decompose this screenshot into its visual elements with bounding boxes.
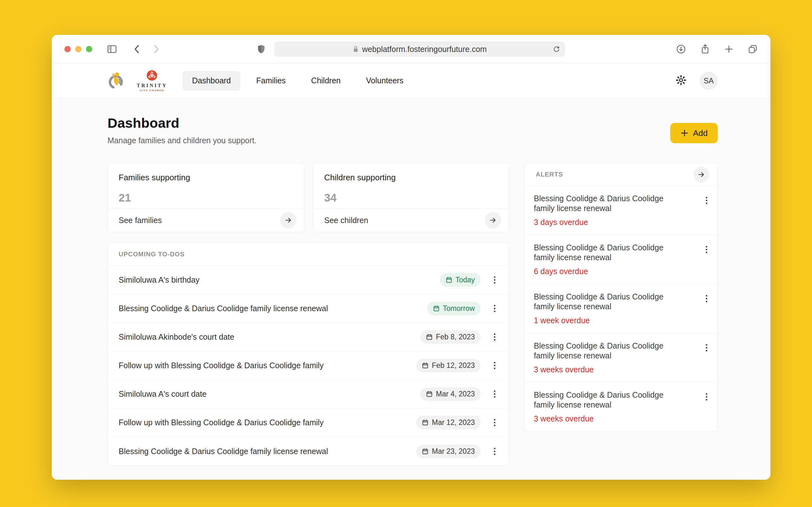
downloads-button[interactable]: [676, 44, 686, 54]
see-families-link[interactable]: See families: [108, 208, 304, 232]
share-button[interactable]: [700, 44, 710, 55]
todo-row-right: Mar 12, 2023: [416, 416, 497, 429]
user-avatar[interactable]: SA: [699, 72, 718, 90]
app-header: TRINITY CITY CHURCH Dashboard Families C…: [52, 63, 770, 98]
url-display: webplatform.fosteringourfuture.com: [352, 45, 487, 54]
address-bar[interactable]: webplatform.fosteringourfuture.com: [274, 42, 565, 57]
page-title: Dashboard: [107, 115, 257, 131]
todo-row: Similoluwa A's birthday Today: [108, 266, 509, 294]
page-head: Dashboard Manage families and children y…: [107, 115, 718, 145]
privacy-shield-button[interactable]: [257, 44, 265, 54]
tab-dashboard[interactable]: Dashboard: [183, 71, 240, 91]
todo-title: Blessing Coolidge & Darius Coolidge fami…: [119, 304, 328, 313]
due-date-label: Mar 4, 2023: [436, 390, 475, 398]
left-column: Families supporting 21 See families: [107, 163, 509, 466]
add-button[interactable]: Add: [670, 123, 718, 143]
lock-icon: [352, 45, 359, 53]
see-children-link[interactable]: See children: [313, 208, 509, 232]
forward-button[interactable]: [153, 45, 160, 54]
window-controls: [64, 46, 92, 52]
todo-title: Follow up with Blessing Coolidge & Dariu…: [119, 361, 323, 370]
fostering-our-future-logo: [107, 71, 126, 90]
sidebar-toggle-button[interactable]: [107, 45, 117, 54]
todo-row-right: Mar 23, 2023: [416, 445, 497, 458]
due-date-label: Feb 12, 2023: [432, 361, 475, 370]
todo-row-right: Feb 12, 2023: [416, 359, 497, 372]
todo-menu-button[interactable]: [492, 388, 497, 400]
calendar-icon: [426, 391, 433, 397]
stat-label: Families supporting: [119, 173, 293, 182]
browser-window: webplatform.fosteringourfuture.com: [52, 35, 770, 480]
alert-overdue-status: 3 weeks overdue: [534, 414, 689, 424]
alert-item: Blessing Coolidge & Darius Coolidge fami…: [525, 333, 717, 383]
alert-menu-button[interactable]: [704, 194, 709, 207]
alert-menu-button[interactable]: [704, 243, 709, 256]
calendar-icon: [433, 305, 440, 312]
new-tab-button[interactable]: [724, 44, 734, 54]
tab-families[interactable]: Families: [247, 71, 295, 91]
due-date-pill: Tomorrow: [427, 302, 480, 315]
see-families-label: See families: [119, 216, 162, 225]
browser-toolbar: webplatform.fosteringourfuture.com: [52, 35, 770, 63]
alert-title: Blessing Coolidge & Darius Coolidge fami…: [534, 193, 683, 213]
minimize-window-button[interactable]: [75, 46, 82, 52]
alert-menu-button[interactable]: [704, 391, 709, 403]
due-date-label: Mar 12, 2023: [432, 418, 475, 427]
alerts-panel: ALERTS Blessing Coolidge & Darius Coolid…: [525, 163, 718, 432]
plus-icon: [680, 129, 689, 137]
children-supporting-card: Children supporting 34 See children: [313, 163, 509, 232]
alert-item: Blessing Coolidge & Darius Coolidge fami…: [525, 235, 717, 284]
back-button[interactable]: [133, 45, 141, 54]
todo-title: Follow up with Blessing Coolidge & Dariu…: [119, 418, 323, 427]
alert-title: Blessing Coolidge & Darius Coolidge fami…: [534, 243, 683, 262]
reload-button[interactable]: [553, 45, 561, 53]
todo-menu-button[interactable]: [492, 416, 497, 429]
todo-menu-button[interactable]: [492, 302, 497, 315]
tab-overview-button[interactable]: [748, 44, 758, 54]
todo-title: Blessing Coolidge & Darius Coolidge fami…: [119, 447, 328, 456]
shield-icon: [257, 44, 265, 54]
stats-row: Families supporting 21 See families: [107, 163, 509, 232]
upcoming-todos-panel: UPCOMING TO-DOS Similoluwa A's birthday …: [107, 243, 509, 466]
todo-title: Similoluwa A's birthday: [119, 275, 200, 285]
arrow-right-button[interactable]: [280, 212, 297, 228]
alert-item: Blessing Coolidge & Darius Coolidge fami…: [525, 284, 717, 333]
arrow-right-icon: [284, 216, 293, 224]
todos-panel-header: UPCOMING TO-DOS: [108, 243, 509, 266]
dashboard-page: Dashboard Manage families and children y…: [52, 98, 770, 480]
arrow-right-button[interactable]: [485, 212, 501, 228]
todo-menu-button[interactable]: [492, 331, 497, 343]
fullscreen-window-button[interactable]: [86, 46, 92, 52]
tab-volunteers[interactable]: Volunteers: [357, 71, 413, 91]
alerts-see-all-button[interactable]: [693, 167, 709, 182]
alert-menu-button[interactable]: [704, 342, 709, 354]
todo-menu-button[interactable]: [492, 274, 497, 286]
share-icon: [700, 44, 710, 55]
address-bar-group: webplatform.fosteringourfuture.com: [257, 35, 565, 63]
settings-button[interactable]: [675, 74, 687, 87]
todo-menu-button[interactable]: [492, 359, 497, 372]
todos-panel-title: UPCOMING TO-DOS: [119, 250, 185, 258]
tab-children[interactable]: Children: [302, 71, 350, 91]
alert-overdue-status: 3 days overdue: [534, 218, 689, 227]
avatar-initials: SA: [704, 76, 714, 85]
due-date-pill: Today: [440, 273, 480, 287]
chevron-left-icon: [133, 45, 141, 54]
alert-overdue-status: 1 week overdue: [534, 316, 689, 325]
chevron-right-icon: [153, 45, 160, 54]
url-text: webplatform.fosteringourfuture.com: [362, 45, 487, 54]
alerts-list: Blessing Coolidge & Darius Coolidge fami…: [525, 186, 717, 432]
alert-item: Blessing Coolidge & Darius Coolidge fami…: [525, 186, 717, 235]
alert-overdue-status: 3 weeks overdue: [534, 365, 689, 374]
page-subtitle: Manage families and children you support…: [107, 136, 257, 145]
todo-row: Blessing Coolidge & Darius Coolidge fami…: [108, 294, 509, 323]
todo-menu-button[interactable]: [492, 445, 497, 458]
download-icon: [676, 44, 686, 54]
due-date-pill: Feb 12, 2023: [416, 359, 480, 372]
due-date-label: Tomorrow: [443, 304, 475, 313]
close-window-button[interactable]: [64, 46, 71, 52]
reload-icon: [553, 45, 561, 53]
alert-menu-button[interactable]: [704, 292, 709, 305]
alert-title: Blessing Coolidge & Darius Coolidge fami…: [534, 292, 683, 312]
due-date-label: Feb 8, 2023: [436, 333, 475, 341]
